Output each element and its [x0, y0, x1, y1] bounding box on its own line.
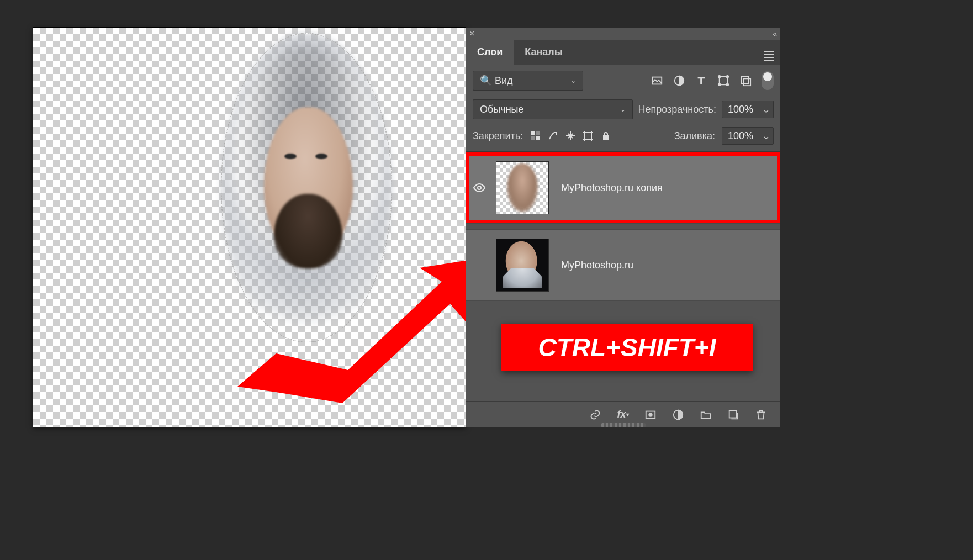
trash-icon[interactable] — [755, 409, 767, 421]
opacity-value: 100% — [722, 104, 759, 115]
svg-point-15 — [478, 186, 481, 189]
svg-rect-10 — [531, 131, 535, 135]
selection-content — [221, 33, 392, 342]
svg-rect-13 — [531, 136, 535, 140]
lock-label: Закрепить: — [473, 130, 523, 142]
tab-channels[interactable]: Каналы — [514, 40, 574, 65]
tab-layers[interactable]: Слои — [466, 40, 514, 65]
lock-transparent-icon[interactable] — [530, 130, 541, 141]
mask-icon[interactable] — [644, 409, 657, 421]
opacity-field[interactable]: 100% ⌄ — [722, 101, 774, 118]
lock-artboard-icon[interactable] — [583, 130, 594, 141]
image-filter-icon[interactable] — [651, 75, 663, 87]
visibility-toggle[interactable] — [466, 181, 493, 194]
fx-icon[interactable]: fx▾ — [617, 409, 629, 421]
adjustment-icon[interactable] — [672, 409, 684, 421]
adjustment-filter-icon[interactable] — [673, 75, 685, 87]
svg-rect-14 — [585, 133, 591, 139]
eye-icon — [473, 181, 486, 194]
svg-rect-11 — [536, 136, 540, 140]
layer-kind-label: Вид — [495, 75, 513, 86]
svg-rect-19 — [729, 410, 737, 418]
lock-all-icon[interactable] — [600, 130, 611, 141]
type-filter-icon[interactable] — [695, 75, 707, 87]
lock-pixels-icon[interactable] — [547, 130, 558, 141]
opacity-label: Непрозрачность: — [638, 104, 716, 115]
filter-toggle[interactable] — [762, 71, 774, 90]
chevron-down-icon: ⌄ — [620, 105, 626, 113]
svg-rect-8 — [742, 77, 749, 84]
panel-resize-handle[interactable] — [601, 423, 646, 427]
fill-value: 100% — [722, 130, 759, 142]
layer-thumbnail[interactable] — [496, 161, 549, 214]
layer-row[interactable]: MyPhotoshop.ru копия — [466, 152, 780, 224]
shortcut-text: CTRL+SHIFT+I — [538, 332, 716, 362]
layer-name[interactable]: MyPhotoshop.ru копия — [561, 182, 663, 194]
svg-point-17 — [648, 413, 652, 416]
blend-mode-select[interactable]: Обычные ⌄ — [473, 99, 633, 119]
svg-rect-3 — [720, 77, 728, 85]
chevron-down-icon: ⌄ — [759, 130, 773, 142]
smartobject-filter-icon[interactable] — [739, 75, 752, 87]
svg-point-6 — [718, 84, 721, 86]
layer-name[interactable]: MyPhotoshop.ru — [561, 260, 633, 271]
panel-close-icon[interactable]: × — [469, 29, 474, 39]
svg-point-7 — [727, 84, 729, 86]
svg-point-4 — [718, 76, 721, 78]
new-layer-icon[interactable] — [727, 409, 739, 421]
panel-tabs: Слои Каналы — [466, 40, 780, 65]
blend-mode-value: Обычные — [480, 104, 524, 115]
layer-thumbnail[interactable] — [496, 239, 549, 292]
svg-rect-12 — [536, 131, 540, 135]
chevron-down-icon: ⌄ — [570, 77, 576, 84]
link-icon[interactable] — [589, 409, 601, 421]
fill-label: Заливка: — [674, 130, 715, 142]
lock-position-icon[interactable] — [565, 130, 576, 141]
shape-filter-icon[interactable] — [717, 75, 729, 87]
document-canvas[interactable] — [33, 28, 466, 427]
fill-field[interactable]: 100% ⌄ — [722, 127, 774, 145]
selection-marquee — [221, 33, 392, 342]
svg-rect-9 — [743, 78, 750, 86]
panel-collapse-icon[interactable]: « — [773, 29, 777, 38]
layer-row[interactable]: MyPhotoshop.ru — [466, 229, 780, 301]
layer-kind-select[interactable]: 🔍 Вид ⌄ — [473, 71, 583, 91]
panel-menu-icon[interactable] — [757, 44, 780, 61]
chevron-down-icon: ⌄ — [759, 103, 773, 115]
shortcut-callout: CTRL+SHIFT+I — [501, 324, 753, 371]
group-icon[interactable] — [700, 409, 712, 421]
svg-point-5 — [727, 76, 729, 78]
